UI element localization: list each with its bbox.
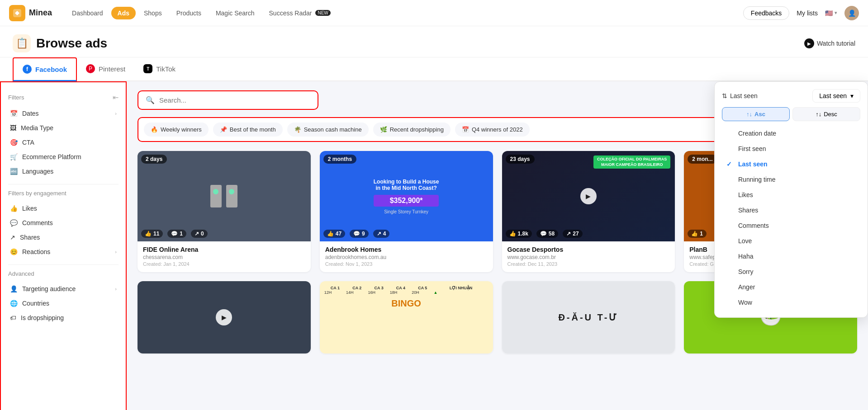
platform-tabs: f Facebook P Pinterest T TikTok xyxy=(0,57,868,81)
sidebar: Filters ⇤ 📅 Dates › 🖼 Media Type 🎯 CTA xyxy=(0,81,127,410)
topnav: Minea Dashboard Ads Shops Products Magic… xyxy=(0,0,868,26)
sidebar-item-dropshipping[interactable]: 🏷 Is dropshipping xyxy=(8,311,119,325)
option-label: Comments xyxy=(738,222,769,229)
asc-button[interactable]: ↑↓ Asc xyxy=(722,107,790,121)
search-icon: 🔍 xyxy=(146,96,155,104)
mylists-button[interactable]: My lists xyxy=(797,9,818,17)
card-3-date: Created: Dec 11, 2023 xyxy=(508,261,670,267)
option-label: Anger xyxy=(738,283,755,291)
card-3-play[interactable]: ▶ xyxy=(580,188,597,204)
targeting-label: Targeting audience xyxy=(22,285,76,292)
tab-pinterest[interactable]: P Pinterest xyxy=(77,58,134,81)
card-6-thumb: CA 1CA 2CA 3CA 4CA 5LỢI NHUẬN 12H14H16H1… xyxy=(320,281,493,353)
card-2-placeholder: Looking to Build a Housein the Mid North… xyxy=(320,151,493,241)
chip-weekly-label: Weekly winners xyxy=(161,126,202,133)
chip-weekly-winners[interactable]: 🔥 Weekly winners xyxy=(144,123,209,137)
sort-option-haha[interactable]: Haha xyxy=(722,249,860,264)
sidebar-item-media-type[interactable]: 🖼 Media Type xyxy=(8,121,119,135)
chip-q4-winners[interactable]: 📅 Q4 winners of 2022 xyxy=(455,123,530,137)
tab-facebook[interactable]: f Facebook xyxy=(13,57,77,81)
sort-header: ⇅ Last seen Last seen ▾ xyxy=(722,89,860,103)
card-1-date: Created: Jan 1, 2024 xyxy=(143,261,305,267)
language-button[interactable]: 🇺🇸 ▾ xyxy=(825,9,837,17)
page-title-area: 📋 Browse ads xyxy=(13,34,107,52)
ecommerce-label: Ecommerce Platform xyxy=(22,153,81,160)
nav-success-radar[interactable]: Success Radar NEW xyxy=(263,7,337,19)
best-month-icon: 📌 xyxy=(220,126,227,133)
dropshipping-label: Is dropshipping xyxy=(21,314,64,321)
card-5-play[interactable]: ▶ xyxy=(216,309,232,325)
sort-option-last-seen[interactable]: ✓ Last seen xyxy=(722,156,860,172)
nav-items: Dashboard Ads Shops Products Magic Searc… xyxy=(66,7,743,19)
reactions-icon: 😊 xyxy=(10,248,18,255)
logo[interactable]: Minea xyxy=(9,5,52,21)
card-1[interactable]: 2 days 👍 11 💬 1 ↗ 0 FIDE Online Arena ch… xyxy=(138,151,311,272)
sort-option-shares[interactable]: Shares xyxy=(722,203,860,218)
languages-icon: 🔤 xyxy=(10,168,18,175)
sidebar-divider-1 xyxy=(8,184,119,184)
card-7[interactable]: Đ-Ă-U T-Ư xyxy=(502,281,675,353)
page-header: 📋 Browse ads ▶ Watch tutorial xyxy=(0,26,868,57)
sidebar-item-dates[interactable]: 📅 Dates › xyxy=(8,106,119,121)
countries-icon: 🌐 xyxy=(10,300,18,307)
chip-recent-drop[interactable]: 🌿 Recent dropshipping xyxy=(373,123,451,137)
sort-option-sorry[interactable]: Sorry xyxy=(722,264,860,279)
card-2-stats: 👍 47 💬 9 ↗ 4 xyxy=(323,230,489,238)
card-1-shares: ↗ 0 xyxy=(191,230,208,238)
tab-tiktok[interactable]: T TikTok xyxy=(134,58,185,81)
sidebar-item-countries[interactable]: 🌐 Countries xyxy=(8,296,119,311)
sort-option-wow[interactable]: Wow xyxy=(722,295,860,310)
sidebar-item-comments[interactable]: 💬 Comments xyxy=(8,216,119,230)
sidebar-item-cta[interactable]: 🎯 CTA xyxy=(8,135,119,150)
sort-icon: ⇅ xyxy=(722,92,727,99)
card-2-url: adenbrookhomes.com.au xyxy=(325,254,488,260)
cta-label: CTA xyxy=(22,139,34,146)
sort-option-comments[interactable]: Comments xyxy=(722,218,860,233)
search-input[interactable] xyxy=(159,96,310,104)
watch-tutorial-button[interactable]: ▶ Watch tutorial xyxy=(804,38,855,48)
sort-option-creation-date[interactable]: Creation date xyxy=(722,126,860,141)
svg-point-3 xyxy=(213,189,218,194)
avatar[interactable]: 👤 xyxy=(844,6,859,20)
nav-ads[interactable]: Ads xyxy=(111,7,136,19)
sort-option-likes[interactable]: Likes xyxy=(722,187,860,203)
feedback-button[interactable]: Feedbacks xyxy=(743,6,789,20)
cta-icon: 🎯 xyxy=(10,139,18,146)
page-title: Browse ads xyxy=(36,36,107,51)
card-1-comments: 💬 1 xyxy=(167,230,186,238)
chip-q4-label: Q4 winners of 2022 xyxy=(472,126,523,133)
nav-magic-search[interactable]: Magic Search xyxy=(209,7,261,19)
q4-icon: 📅 xyxy=(462,126,469,133)
card-1-placeholder xyxy=(138,151,311,241)
nav-shops[interactable]: Shops xyxy=(138,7,168,19)
desc-button[interactable]: ↑↓ Desc xyxy=(792,107,860,121)
sidebar-item-targeting[interactable]: 👤 Targeting audience › xyxy=(8,282,119,296)
reactions-chevron: › xyxy=(115,249,117,254)
sidebar-item-likes[interactable]: 👍 Likes xyxy=(8,201,119,216)
sort-option-first-seen[interactable]: First seen xyxy=(722,141,860,156)
card-5[interactable]: ▶ xyxy=(138,281,311,353)
chip-season-cash[interactable]: 🌴 Season cash machine xyxy=(287,123,369,137)
card-2[interactable]: Looking to Build a Housein the Mid North… xyxy=(320,151,493,272)
sidebar-item-reactions[interactable]: 😊 Reactions › xyxy=(8,245,119,259)
nav-products[interactable]: Products xyxy=(170,7,208,19)
option-label: First seen xyxy=(738,145,766,152)
sort-label-text: Last seen xyxy=(730,92,758,99)
tiktok-icon: T xyxy=(143,64,152,73)
sidebar-item-ecommerce[interactable]: 🛒 Ecommerce Platform xyxy=(8,150,119,164)
chip-best-month[interactable]: 📌 Best of the month xyxy=(213,123,283,137)
sidebar-item-languages[interactable]: 🔤 Languages xyxy=(8,164,119,179)
comments-icon: 💬 xyxy=(10,219,18,226)
card-3[interactable]: COLEÇÃO OFICIAL DO PALMEIRASMAIOR CAMPEÃ… xyxy=(502,151,675,272)
pinterest-icon: P xyxy=(86,64,95,73)
sidebar-collapse-button[interactable]: ⇤ xyxy=(113,93,119,102)
sort-option-anger[interactable]: Anger xyxy=(722,279,860,295)
sort-option-running-time[interactable]: Running time xyxy=(722,172,860,187)
card-4-badge: 2 mon... xyxy=(688,155,717,164)
sidebar-item-shares[interactable]: ↗ Shares xyxy=(8,230,119,245)
nav-dashboard[interactable]: Dashboard xyxy=(66,7,109,19)
sort-dropdown-button[interactable]: Last seen ▾ xyxy=(812,89,860,103)
card-6[interactable]: CA 1CA 2CA 3CA 4CA 5LỢI NHUẬN 12H14H16H1… xyxy=(320,281,493,353)
sort-option-love[interactable]: Love xyxy=(722,233,860,249)
search-bar: 🔍 xyxy=(138,90,318,110)
